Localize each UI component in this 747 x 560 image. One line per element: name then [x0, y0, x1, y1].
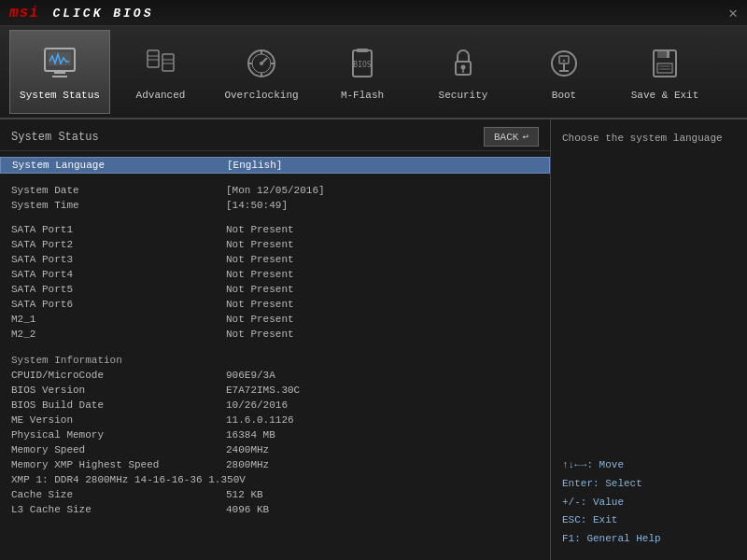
row-label-cpuid: CPUID/MicroCode	[11, 370, 226, 381]
row-sata-port1: SATA Port1 Not Present	[0, 222, 550, 237]
row-label-system-time: System Time	[11, 200, 226, 211]
m-flash-icon: BIOS	[342, 43, 383, 84]
row-value-cpuid: 906E9/3A	[226, 370, 275, 381]
row-value-sata-port3: Not Present	[226, 254, 294, 265]
close-button[interactable]: ✕	[728, 4, 738, 22]
row-value-sata-port6: Not Present	[226, 299, 294, 310]
row-label-sata-port4: SATA Port4	[11, 269, 226, 280]
nav-label-system-status: System Status	[20, 90, 100, 101]
svg-rect-31	[667, 50, 669, 58]
row-sata-port4: SATA Port4 Not Present	[0, 267, 550, 282]
row-label-me-version: ME Version	[11, 414, 226, 426]
row-label-l3-cache-size: L3 Cache Size	[11, 504, 226, 515]
right-panel: Choose the system language ↑↓←→: Move En…	[551, 119, 747, 560]
row-label-bios-build-date: BIOS Build Date	[11, 399, 226, 411]
key-hint-value: +/-: Value	[562, 494, 736, 512]
advanced-icon	[140, 43, 181, 84]
row-value-system-language: [English]	[227, 160, 282, 171]
nav-item-security[interactable]: Security	[413, 30, 514, 114]
row-sata-port3: SATA Port3 Not Present	[0, 252, 550, 267]
security-icon	[443, 43, 484, 84]
row-value-sata-port1: Not Present	[226, 224, 294, 235]
row-value-memory-speed: 2400MHz	[226, 444, 269, 455]
key-hints: ↑↓←→: Move Enter: Select +/-: Value ESC:…	[562, 456, 736, 549]
nav-label-security: Security	[439, 90, 488, 101]
row-bios-version: BIOS Version E7A72IMS.30C	[0, 383, 550, 398]
save-exit-icon	[644, 43, 685, 84]
nav-item-system-status[interactable]: System Status	[9, 30, 110, 114]
app-logo: msi CLICK BIOS	[9, 5, 153, 21]
row-value-bios-version: E7A72IMS.30C	[226, 385, 300, 396]
row-cpuid: CPUID/MicroCode 906E9/3A	[0, 368, 550, 383]
row-m2-2: M2_2 Not Present	[0, 327, 550, 342]
top-navigation: System Status Advanced	[0, 26, 747, 119]
back-button[interactable]: BACK ↩	[484, 127, 539, 147]
nav-item-boot[interactable]: ▲ Boot	[514, 30, 614, 114]
row-label-xmp-1: XMP 1: DDR4 2800MHz 14-16-16-36 1.350V	[11, 474, 329, 485]
row-value-me-version: 11.6.0.1126	[226, 414, 294, 426]
panel-title: System Status	[11, 131, 99, 144]
nav-item-save-exit[interactable]: Save & Exit	[614, 30, 715, 114]
svg-rect-32	[657, 63, 672, 73]
row-system-language[interactable]: System Language [English]	[0, 157, 550, 174]
overclocking-icon	[241, 43, 282, 84]
row-cache-size: Cache Size 512 KB	[0, 487, 550, 502]
row-value-m2-1: Not Present	[226, 314, 294, 325]
nav-label-m-flash: M-Flash	[341, 90, 384, 101]
title-bar: msi CLICK BIOS ✕	[0, 0, 747, 26]
row-label-m2-2: M2_2	[11, 329, 226, 340]
system-status-icon	[39, 43, 80, 84]
row-label-physical-memory: Physical Memory	[11, 429, 226, 441]
key-hint-enter: Enter: Select	[562, 475, 736, 494]
help-text: Choose the system language	[562, 131, 736, 456]
content-area[interactable]: System Language [English] System Date [M…	[0, 151, 550, 558]
row-label-system-language: System Language	[12, 160, 227, 171]
row-l3-cache-size: L3 Cache Size 4096 KB	[0, 502, 550, 517]
row-label-bios-version: BIOS Version	[11, 385, 226, 396]
row-value-sata-port2: Not Present	[226, 239, 294, 250]
key-hint-f1: F1: General Help	[562, 530, 736, 549]
row-value-cache-size: 512 KB	[226, 489, 263, 500]
row-label-m2-1: M2_1	[11, 314, 226, 325]
svg-rect-4	[148, 50, 159, 67]
row-label-sata-port5: SATA Port5	[11, 284, 226, 295]
row-label-system-date: System Date	[11, 185, 226, 196]
row-memory-xmp-highest: Memory XMP Highest Speed 2800MHz	[0, 457, 550, 472]
row-xmp-1: XMP 1: DDR4 2800MHz 14-16-16-36 1.350V	[0, 472, 550, 487]
svg-rect-5	[162, 54, 174, 71]
key-hint-esc: ESC: Exit	[562, 511, 736, 530]
product-name: CLICK BIOS	[52, 7, 153, 21]
row-system-date[interactable]: System Date [Mon 12/05/2016]	[0, 183, 550, 198]
svg-point-17	[260, 62, 263, 65]
row-label-cache-size: Cache Size	[11, 489, 226, 500]
left-panel: System Status BACK ↩ System Language [En…	[0, 119, 551, 560]
row-sata-port6: SATA Port6 Not Present	[0, 297, 550, 312]
nav-label-boot: Boot	[552, 90, 576, 101]
row-value-system-date: [Mon 12/05/2016]	[226, 185, 325, 196]
row-label-memory-speed: Memory Speed	[11, 444, 226, 455]
row-value-bios-build-date: 10/26/2016	[226, 399, 288, 411]
nav-item-m-flash[interactable]: BIOS M-Flash	[312, 30, 413, 114]
row-sata-port5: SATA Port5 Not Present	[0, 282, 550, 297]
row-m2-1: M2_1 Not Present	[0, 312, 550, 327]
nav-item-overclocking[interactable]: Overclocking	[211, 30, 312, 114]
row-me-version: ME Version 11.6.0.1126	[0, 413, 550, 427]
svg-text:▲: ▲	[562, 58, 565, 63]
svg-rect-19	[357, 49, 368, 52]
row-bios-build-date: BIOS Build Date 10/26/2016	[0, 398, 550, 413]
back-label: BACK	[494, 132, 518, 143]
row-value-m2-2: Not Present	[226, 329, 294, 340]
nav-label-save-exit: Save & Exit	[631, 90, 699, 101]
nav-label-advanced: Advanced	[136, 90, 186, 101]
nav-item-advanced[interactable]: Advanced	[110, 30, 211, 114]
row-value-system-time: [14:50:49]	[226, 200, 288, 211]
row-label-sata-port2: SATA Port2	[11, 239, 226, 250]
row-physical-memory: Physical Memory 16384 MB	[0, 427, 550, 442]
row-label-sata-port1: SATA Port1	[11, 224, 226, 235]
svg-text:BIOS: BIOS	[353, 61, 371, 69]
msi-brand: msi	[9, 5, 39, 21]
key-hint-move: ↑↓←→: Move	[562, 456, 736, 475]
row-system-time[interactable]: System Time [14:50:49]	[0, 198, 550, 213]
row-label-memory-xmp-highest: Memory XMP Highest Speed	[11, 459, 226, 470]
row-value-memory-xmp-highest: 2800MHz	[226, 459, 269, 470]
